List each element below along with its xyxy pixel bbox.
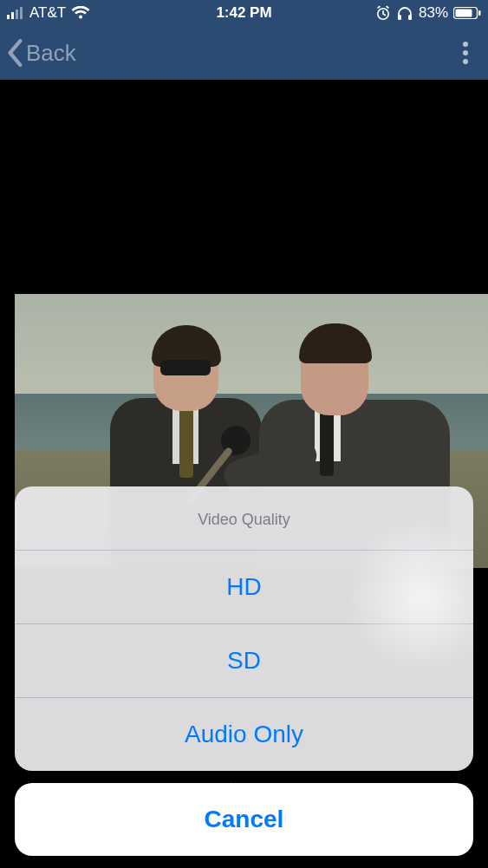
svg-point-10: [463, 42, 468, 47]
back-button[interactable]: Back: [0, 39, 83, 67]
svg-rect-1: [11, 12, 14, 19]
action-sheet-title: Video Quality: [15, 486, 473, 550]
more-vertical-icon: [462, 41, 469, 65]
alarm-icon: [375, 5, 391, 21]
quality-option-audio-only[interactable]: Audio Only: [15, 697, 473, 771]
carrier-label: AT&T: [29, 4, 66, 22]
svg-rect-6: [408, 15, 412, 20]
chevron-left-icon: [7, 39, 24, 67]
svg-rect-5: [398, 15, 401, 20]
svg-rect-3: [20, 7, 23, 19]
headphones-icon: [396, 5, 413, 21]
svg-rect-8: [456, 10, 472, 17]
status-bar: AT&T 1:42 PM 83%: [0, 0, 488, 26]
back-label: Back: [26, 40, 76, 67]
svg-rect-2: [16, 10, 18, 19]
quality-option-sd[interactable]: SD: [15, 623, 473, 697]
more-button[interactable]: [448, 36, 483, 70]
video-player-area[interactable]: Video Quality HD SD Audio Only Cancel: [0, 80, 488, 868]
nav-bar: Back: [0, 26, 488, 80]
battery-pct-label: 83%: [419, 4, 448, 22]
quality-option-hd[interactable]: HD: [15, 550, 473, 623]
svg-rect-0: [7, 15, 10, 19]
cell-signal-icon: [7, 7, 24, 19]
action-sheet: Video Quality HD SD Audio Only Cancel: [15, 486, 473, 856]
wifi-icon: [71, 6, 90, 20]
svg-point-12: [463, 59, 468, 64]
svg-rect-9: [478, 10, 481, 16]
cancel-button[interactable]: Cancel: [15, 783, 473, 856]
battery-icon: [453, 7, 481, 19]
svg-point-11: [463, 50, 468, 55]
